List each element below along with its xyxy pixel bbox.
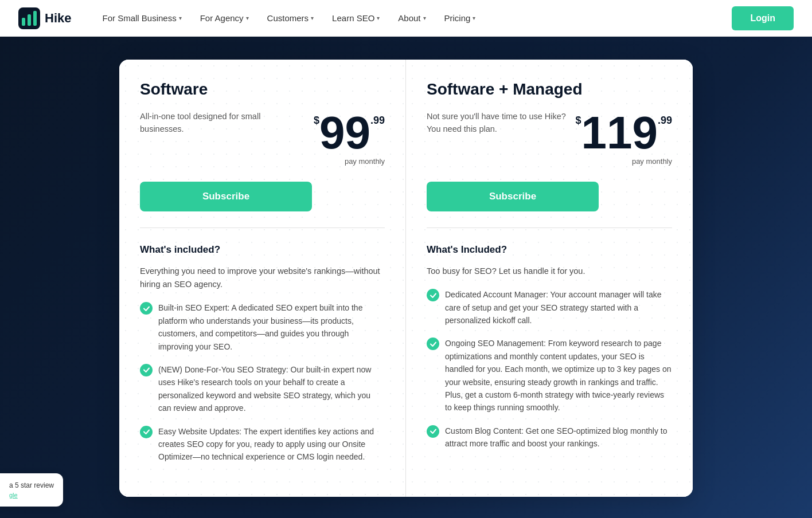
feature-item-managed-1: Dedicated Account Manager: Your account … (427, 288, 672, 327)
review-text: a 5 star review (9, 480, 54, 490)
svg-rect-3 (33, 11, 37, 26)
plan-software-period: pay monthly (345, 157, 385, 166)
plan-software-managed: Software + Managed Not sure you'll have … (406, 60, 693, 497)
nav-label-pricing: Pricing (444, 13, 471, 23)
nav-item-agency[interactable]: For Agency ▾ (192, 9, 257, 28)
managed-included-intro: Too busy for SEO? Let us handle it for y… (427, 265, 672, 278)
chevron-down-icon: ▾ (423, 15, 426, 21)
nav-item-small-business[interactable]: For Small Business ▾ (94, 9, 189, 28)
feature-text: Built-in SEO Expert: A dedicated SEO exp… (158, 301, 385, 353)
nav-item-about[interactable]: About ▾ (390, 9, 434, 28)
subscribe-button-software[interactable]: Subscribe (140, 182, 312, 211)
navbar: Hike For Small Business ▾ For Agency ▾ C… (0, 0, 812, 37)
price-top-row: $ 99 .99 (314, 110, 385, 156)
review-link[interactable]: gle (9, 490, 54, 500)
chevron-down-icon: ▾ (473, 15, 475, 21)
feature-item: Easy Website Updates: The expert identif… (140, 425, 385, 464)
feature-text: (NEW) Done-For-You SEO Strategy: Our bui… (158, 363, 385, 415)
managed-included-title: What's Included? (427, 244, 672, 256)
plan-managed-top: Not sure you'll have time to use Hike? Y… (427, 110, 672, 166)
nav-label-small-business: For Small Business (102, 13, 176, 23)
feature-item: (NEW) Done-For-You SEO Strategy: Our bui… (140, 363, 385, 415)
plan-software-price: $ 99 .99 pay monthly (314, 110, 385, 166)
plan-managed-desc: Not sure you'll have time to use Hike? Y… (427, 110, 566, 136)
check-icon (427, 289, 439, 301)
plan-software-title: Software (140, 80, 385, 99)
chevron-down-icon: ▾ (377, 15, 380, 21)
feature-text: Easy Website Updates: The expert identif… (158, 425, 385, 464)
price-top-row-managed: $ 119 .99 (575, 110, 672, 156)
software-included-intro: Everything you need to improve your webs… (140, 265, 385, 291)
logo-text: Hike (45, 11, 71, 26)
login-button[interactable]: Login (732, 6, 794, 30)
plan-software: Software All-in-one tool designed for sm… (119, 60, 406, 497)
chevron-down-icon: ▾ (179, 15, 182, 21)
feature-item-managed-3: Custom Blog Content: Get one SEO-optimiz… (427, 425, 672, 450)
plan-managed-title: Software + Managed (427, 80, 672, 99)
review-badge: a 5 star review gle (0, 473, 63, 507)
nav-label-agency: For Agency (200, 13, 244, 23)
chevron-down-icon: ▾ (311, 15, 314, 21)
plan-managed-dollar: $ (575, 115, 581, 127)
check-icon (427, 425, 439, 438)
nav-item-learn-seo[interactable]: Learn SEO ▾ (324, 9, 388, 28)
feature-text-managed-2: Ongoing SEO Management: From keyword res… (445, 337, 672, 414)
plan-software-top: All-in-one tool designed for small busin… (140, 110, 385, 166)
svg-rect-1 (22, 18, 25, 26)
plan-software-dollar: $ (314, 115, 319, 127)
check-icon (140, 302, 153, 315)
nav-label-learn-seo: Learn SEO (332, 13, 374, 23)
page-background: Software All-in-one tool designed for sm… (0, 37, 812, 518)
check-icon (140, 426, 153, 438)
divider-managed (427, 227, 672, 228)
plan-software-price-cents: .99 (370, 115, 385, 127)
plan-managed-price: $ 119 .99 pay monthly (575, 110, 672, 166)
plan-managed-period: pay monthly (632, 157, 672, 166)
feature-item: Built-in SEO Expert: A dedicated SEO exp… (140, 301, 385, 353)
nav-label-about: About (398, 13, 420, 23)
feature-text-managed-3: Custom Blog Content: Get one SEO-optimiz… (445, 425, 672, 450)
software-included-title: What's included? (140, 244, 385, 256)
chevron-down-icon: ▾ (246, 15, 249, 21)
logo[interactable]: Hike (18, 7, 71, 29)
plan-managed-price-cents: .99 (658, 115, 672, 127)
plan-software-price-main: 99 (319, 110, 370, 156)
divider (140, 227, 385, 228)
feature-text-managed-1: Dedicated Account Manager: Your account … (445, 288, 672, 327)
nav-links: For Small Business ▾ For Agency ▾ Custom… (94, 9, 732, 28)
logo-icon (18, 7, 40, 29)
check-icon (140, 364, 153, 376)
nav-item-pricing[interactable]: Pricing ▾ (436, 9, 484, 28)
feature-item-managed-2: Ongoing SEO Management: From keyword res… (427, 337, 672, 414)
check-icon (427, 338, 439, 350)
nav-item-customers[interactable]: Customers ▾ (259, 9, 322, 28)
svg-rect-2 (28, 14, 31, 26)
subscribe-button-managed[interactable]: Subscribe (427, 182, 599, 211)
pricing-grid: Software All-in-one tool designed for sm… (119, 60, 693, 497)
plan-software-desc: All-in-one tool designed for small busin… (140, 110, 304, 136)
nav-label-customers: Customers (267, 13, 309, 23)
plan-managed-price-main: 119 (581, 110, 657, 156)
